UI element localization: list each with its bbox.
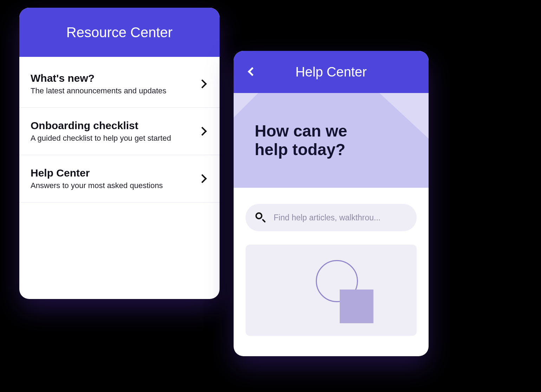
- chevron-right-icon: [198, 79, 207, 88]
- article-card-placeholder[interactable]: [246, 245, 417, 336]
- resource-item-title: Help Center: [31, 167, 199, 179]
- placeholder-square-icon: [340, 290, 373, 323]
- search-bar[interactable]: [246, 204, 417, 231]
- back-button[interactable]: [247, 67, 258, 77]
- resource-item-whats-new[interactable]: What's new? The latest announcements and…: [19, 60, 220, 108]
- hero-line-1: How can we: [255, 122, 347, 140]
- resource-center-panel: Resource Center What's new? The latest a…: [19, 8, 220, 299]
- resource-item-title: What's new?: [31, 72, 199, 84]
- help-center-title: Help Center: [295, 65, 367, 80]
- resource-center-header: Resource Center: [19, 8, 220, 57]
- hero-decoration-right: [379, 93, 429, 139]
- search-icon: [255, 212, 266, 223]
- hero-line-2: help today?: [255, 140, 345, 159]
- resource-center-title: Resource Center: [66, 25, 172, 40]
- chevron-right-icon: [198, 127, 207, 135]
- chevron-left-icon: [248, 67, 256, 76]
- resource-center-list: What's new? The latest announcements and…: [19, 57, 220, 202]
- resource-item-onboarding[interactable]: Onboarding checklist A guided checklist …: [19, 108, 220, 155]
- resource-item-subtitle: A guided checklist to help you get start…: [31, 134, 199, 143]
- help-center-panel: Help Center How can we help today?: [234, 51, 429, 356]
- hero-decoration-left: [234, 93, 258, 118]
- help-center-hero: How can we help today?: [234, 93, 429, 188]
- resource-item-subtitle: Answers to your most asked questions: [31, 181, 199, 190]
- resource-item-subtitle: The latest announcements and updates: [31, 86, 199, 95]
- search-section: [234, 188, 429, 245]
- hero-heading: How can we help today?: [255, 122, 347, 159]
- resource-item-title: Onboarding checklist: [31, 120, 199, 132]
- resource-item-help-center[interactable]: Help Center Answers to your most asked q…: [19, 155, 220, 202]
- search-input[interactable]: [274, 213, 407, 222]
- help-center-header: Help Center: [234, 51, 429, 93]
- chevron-right-icon: [198, 174, 207, 183]
